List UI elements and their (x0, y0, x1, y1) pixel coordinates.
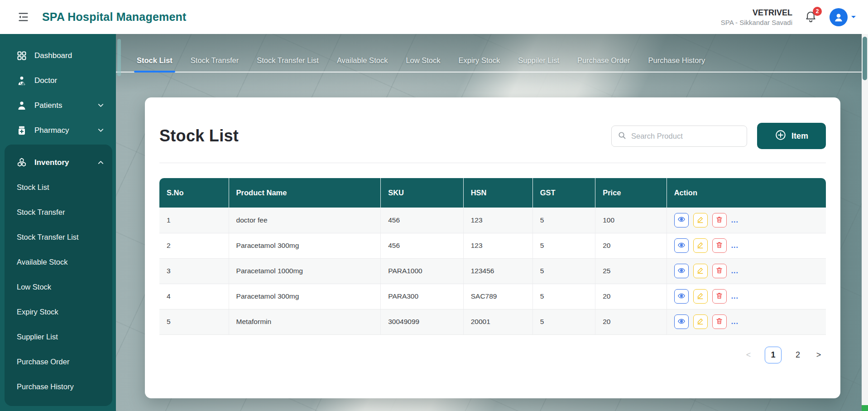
pencil-icon (696, 317, 704, 326)
cell-actions: ... (667, 233, 826, 258)
user-name: VETRIVEL (721, 8, 792, 18)
table-row: 2Paracetamol 300mg456123520... (159, 233, 826, 258)
pharmacy-icon (16, 125, 27, 136)
pagination-page-2[interactable]: 2 (793, 350, 802, 360)
cell-gst: 5 (532, 284, 595, 309)
sidebar-item-label: Pharmacy (34, 126, 69, 135)
delete-row-button[interactable] (712, 213, 727, 227)
sidebar-subitem-stock-list[interactable]: Stock List (5, 175, 112, 200)
row-more-actions[interactable]: ... (731, 318, 739, 325)
view-row-button[interactable] (674, 289, 689, 304)
pagination: <12> (159, 347, 826, 363)
cell-sku: PARA300 (381, 284, 464, 309)
view-row-button[interactable] (674, 238, 689, 253)
row-more-actions[interactable]: ... (731, 242, 739, 249)
edit-row-button[interactable] (693, 264, 708, 278)
page: { "header": { "title": "SPA Hospital Man… (0, 0, 868, 411)
cell-product: Paracetamol 300mg (229, 284, 381, 309)
cell-product: Paracetamol 1000mg (229, 258, 381, 284)
pencil-icon (696, 216, 704, 225)
edit-row-button[interactable] (693, 314, 708, 329)
edit-row-button[interactable] (693, 289, 708, 304)
row-more-actions[interactable]: ... (731, 216, 739, 224)
tab-stock-transfer-list[interactable]: Stock Transfer List (257, 56, 319, 66)
notifications-button[interactable]: 2 (804, 10, 818, 24)
cell-sno: 1 (159, 208, 229, 233)
inventory-subitems: Stock ListStock TransferStock Transfer L… (5, 175, 112, 399)
sidebar-subitem-purchase-history[interactable]: Purchase History (5, 374, 112, 399)
cell-actions: ... (667, 258, 826, 284)
card-header: Stock List Item (159, 97, 826, 149)
cell-product: Metaformin (229, 309, 381, 334)
view-row-button[interactable] (674, 213, 689, 227)
edit-row-button[interactable] (693, 238, 708, 253)
sidebar-subitem-low-stock[interactable]: Low Stock (5, 275, 112, 300)
cell-hsn: SAC789 (463, 284, 532, 309)
sidebar-item-doctor[interactable]: Doctor (0, 68, 116, 93)
cell-price: 20 (595, 309, 667, 334)
cell-gst: 5 (532, 258, 595, 284)
row-more-actions[interactable]: ... (731, 292, 739, 300)
sidebar-item-patients[interactable]: Patients (0, 93, 116, 118)
tab-low-stock[interactable]: Low Stock (406, 56, 440, 66)
delete-row-button[interactable] (712, 238, 727, 253)
pagination-next[interactable]: > (814, 350, 823, 360)
sidebar-subitem-stock-transfer[interactable]: Stock Transfer (5, 200, 112, 225)
tab-purchase-order[interactable]: Purchase Order (577, 56, 630, 66)
sidebar-item-label: Patients (34, 101, 62, 110)
trash-icon (715, 266, 723, 276)
cell-actions: ... (667, 309, 826, 334)
pencil-icon (696, 292, 704, 301)
menu-toggle-icon[interactable] (17, 11, 29, 23)
delete-row-button[interactable] (712, 289, 727, 304)
delete-row-button[interactable] (712, 264, 727, 278)
sidebar-subitem-available-stock[interactable]: Available Stock (5, 250, 112, 275)
cell-actions: ... (667, 284, 826, 309)
column-header-price: Price (595, 178, 667, 208)
tab-expiry-stock[interactable]: Expiry Stock (459, 56, 500, 66)
table-row: 3Paracetamol 1000mgPARA1000123456525... (159, 258, 826, 284)
page-scrollbar-thumb[interactable] (863, 37, 867, 80)
delete-row-button[interactable] (712, 314, 727, 329)
tab-stock-list[interactable]: Stock List (137, 56, 173, 66)
user-menu-button[interactable] (830, 8, 856, 26)
sidebar-subitem-purchase-order[interactable]: Purchase Order (5, 349, 112, 374)
view-row-button[interactable] (674, 264, 689, 278)
sidebar-scrollbar-thumb[interactable] (117, 39, 121, 76)
app-header: SPA Hospital Management VETRIVEL SPA - S… (0, 0, 868, 34)
row-more-actions[interactable]: ... (731, 267, 739, 275)
edit-row-button[interactable] (693, 213, 708, 227)
doctor-icon (16, 75, 27, 86)
cell-product: Paracetamol 300mg (229, 233, 381, 258)
chevron-up-icon (97, 159, 104, 166)
eye-icon (677, 292, 686, 301)
sidebar-item-dashboard[interactable]: Dashboard (0, 43, 116, 68)
search-product-input[interactable] (630, 131, 741, 141)
sidebar-item-label: Dashboard (34, 51, 72, 60)
stock-table: S.NoProduct NameSKUHSNGSTPriceAction 1do… (159, 178, 826, 335)
user-info: VETRIVEL SPA - Sikkandar Savadi (721, 8, 792, 26)
view-row-button[interactable] (674, 314, 689, 329)
page-scrollbar[interactable] (862, 34, 868, 411)
add-item-button[interactable]: Item (757, 123, 826, 149)
cell-sno: 5 (159, 309, 229, 334)
cell-gst: 5 (532, 208, 595, 233)
eye-icon (677, 215, 686, 225)
pagination-prev[interactable]: < (744, 350, 753, 360)
cell-hsn: 20001 (463, 309, 532, 334)
sidebar-subitem-supplier-list[interactable]: Supplier List (5, 324, 112, 349)
pagination-page-1[interactable]: 1 (765, 347, 782, 363)
sidebar-subitem-stock-transfer-list[interactable]: Stock Transfer List (5, 225, 112, 250)
sidebar-subitem-expiry-stock[interactable]: Expiry Stock (5, 300, 112, 324)
inventory-panel: Inventory Stock ListStock TransferStock … (5, 145, 112, 406)
sidebar-item-label: Inventory (34, 158, 69, 167)
stock-list-card: Stock List Item S.NoProduct NameSKUHSNGS… (145, 97, 840, 398)
search-box[interactable] (611, 126, 747, 147)
sidebar-item-inventory[interactable]: Inventory (5, 150, 112, 175)
tab-stock-transfer[interactable]: Stock Transfer (191, 56, 239, 66)
sidebar-item-pharmacy[interactable]: Pharmacy (0, 118, 116, 143)
tab-suppiler-list[interactable]: Suppiler List (518, 56, 559, 66)
tab-available-stock[interactable]: Available Stock (337, 56, 388, 66)
eye-icon (677, 266, 686, 276)
tab-purchase-history[interactable]: Purchase History (648, 56, 705, 66)
